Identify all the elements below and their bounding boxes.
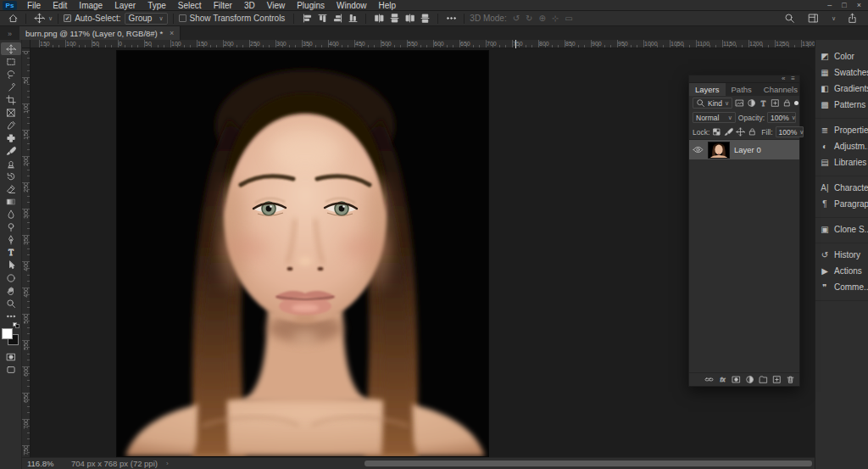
menu-select[interactable]: Select <box>172 0 208 11</box>
lock-position-icon[interactable] <box>736 127 745 137</box>
panel-menu-icon[interactable]: ≡ <box>791 75 795 82</box>
tool-quick-selection[interactable] <box>1 81 21 93</box>
tool-frame[interactable] <box>1 106 21 119</box>
tool-eyedropper[interactable] <box>1 119 21 131</box>
tab-overflow-icon[interactable]: » <box>0 30 19 40</box>
opacity-dropdown[interactable]: 100% ∨ <box>767 112 796 123</box>
quick-mask-button[interactable] <box>1 350 21 363</box>
collapse-panel-icon[interactable]: « <box>782 75 785 82</box>
tab-paths[interactable]: Paths <box>726 83 758 96</box>
tool-path-selection[interactable] <box>1 259 21 271</box>
foreground-color-swatch[interactable] <box>2 328 13 339</box>
document-tab[interactable]: burn.png @ 117% (Layer 0, RGB/8#) * × <box>19 26 181 40</box>
tool-blur[interactable] <box>1 208 21 221</box>
search-icon[interactable] <box>782 12 798 25</box>
filter-adjustment-layers-icon[interactable] <box>747 98 756 108</box>
menu-window[interactable]: Window <box>331 0 373 11</box>
home-icon[interactable] <box>5 12 20 25</box>
workspace-icon[interactable] <box>806 12 821 25</box>
dock-libraries[interactable]: ▤Libraries <box>815 154 868 170</box>
show-transform-checkbox[interactable] <box>179 14 186 22</box>
tool-lasso[interactable] <box>1 68 21 81</box>
minimize-button[interactable]: – <box>827 1 832 9</box>
visibility-eye-icon[interactable] <box>693 144 704 155</box>
tool-zoom[interactable] <box>1 297 21 310</box>
filter-shape-layers-icon[interactable] <box>771 98 780 108</box>
layer-row[interactable]: Layer 0 <box>689 140 799 159</box>
layer-name[interactable]: Layer 0 <box>734 145 761 154</box>
tool-eraser[interactable] <box>1 182 21 195</box>
distribute-horizontal-icon[interactable] <box>371 12 387 25</box>
filter-type-layers-icon[interactable] <box>759 98 768 108</box>
tool-hand[interactable] <box>1 284 21 297</box>
tool-dodge[interactable] <box>1 221 21 233</box>
horizontal-ruler[interactable]: 1501005005010015020025030035040045050055… <box>22 40 815 48</box>
delete-layer-icon[interactable] <box>786 375 795 384</box>
lock-all-icon[interactable] <box>748 127 757 137</box>
dock-swatches[interactable]: ▦Swatches <box>815 64 868 81</box>
dock-character[interactable]: A|Character <box>815 180 868 196</box>
menu-filter[interactable]: Filter <box>208 0 238 11</box>
tool-history-brush[interactable] <box>1 170 21 182</box>
screen-mode-button[interactable] <box>1 363 21 376</box>
align-bottom-icon[interactable] <box>345 12 360 25</box>
tab-close-icon[interactable]: × <box>170 29 174 37</box>
ruler-origin-corner[interactable] <box>22 40 31 48</box>
menu-plugins[interactable]: Plugins <box>291 0 331 11</box>
status-flyout-icon[interactable]: › <box>166 460 169 467</box>
dock-paragraph[interactable]: ¶Paragraph <box>815 196 868 212</box>
zoom-level-field[interactable]: 116.8% <box>27 459 61 468</box>
horizontal-scrollbar[interactable] <box>364 461 812 466</box>
dock-color[interactable]: ◩Color <box>815 48 868 64</box>
move-tool-icon[interactable] <box>31 12 47 25</box>
lock-pixels-icon[interactable] <box>724 127 733 137</box>
menu-3d[interactable]: 3D <box>238 0 261 11</box>
tool-clone-stamp[interactable] <box>1 157 21 170</box>
chevron-down-icon[interactable]: ∨ <box>48 15 53 22</box>
layer-thumbnail[interactable] <box>708 142 730 159</box>
auto-select-target-dropdown[interactable]: Group ∨ <box>125 13 168 25</box>
dock-actions[interactable]: ▶Actions <box>815 263 868 279</box>
new-layer-icon[interactable] <box>772 375 782 384</box>
filter-toggle-icon[interactable] <box>794 101 798 105</box>
distribute-top-icon[interactable] <box>417 12 432 25</box>
fill-dropdown[interactable]: 100% ∨ <box>776 126 804 137</box>
dock-history[interactable]: ↺History <box>815 247 868 263</box>
menu-file[interactable]: File <box>21 0 47 11</box>
tool-edit-toolbar[interactable] <box>1 310 21 322</box>
tool-crop[interactable] <box>1 93 21 106</box>
dock-adjustm[interactable]: ◐Adjustm... <box>815 138 868 154</box>
orbit-3d-icon[interactable]: ↺ <box>513 14 520 23</box>
dock-clone-s[interactable]: ▣Clone S... <box>815 221 868 237</box>
menu-help[interactable]: Help <box>373 0 403 11</box>
canvas-document[interactable] <box>117 51 488 456</box>
lock-transparency-icon[interactable] <box>712 127 721 137</box>
tool-type[interactable] <box>1 246 21 259</box>
tool-brush[interactable] <box>1 144 21 157</box>
dock-gradients[interactable]: ◧Gradients <box>815 81 868 97</box>
tool-shape[interactable] <box>1 271 21 284</box>
link-layers-icon[interactable] <box>704 375 714 384</box>
menu-image[interactable]: Image <box>73 0 108 11</box>
restore-button[interactable]: □ <box>842 1 846 9</box>
tool-pen[interactable] <box>1 233 21 246</box>
dock-comme[interactable]: ❞Comme... <box>815 279 868 295</box>
close-button[interactable]: × <box>857 1 861 9</box>
filter-kind-dropdown[interactable]: Kind ∨ <box>693 98 732 109</box>
distribute-vertical-icon[interactable] <box>387 12 402 25</box>
auto-select-checkbox[interactable]: ✓ <box>64 14 71 22</box>
more-options-icon[interactable] <box>443 12 459 25</box>
menu-layer[interactable]: Layer <box>108 0 142 11</box>
new-group-icon[interactable] <box>759 375 768 384</box>
filter-smart-objects-icon[interactable] <box>782 98 792 108</box>
align-right-icon[interactable] <box>330 12 345 25</box>
menu-edit[interactable]: Edit <box>47 0 73 11</box>
tool-rectangular-marquee[interactable] <box>1 55 21 68</box>
menu-type[interactable]: Type <box>142 0 172 11</box>
tool-move[interactable] <box>1 42 21 55</box>
dock-patterns[interactable]: ▩Patterns <box>815 97 868 113</box>
roll-3d-icon[interactable]: ↻ <box>526 14 532 23</box>
tab-channels[interactable]: Channels <box>758 83 804 96</box>
tab-layers[interactable]: Layers <box>689 83 726 96</box>
filter-pixel-layers-icon[interactable] <box>735 98 744 108</box>
